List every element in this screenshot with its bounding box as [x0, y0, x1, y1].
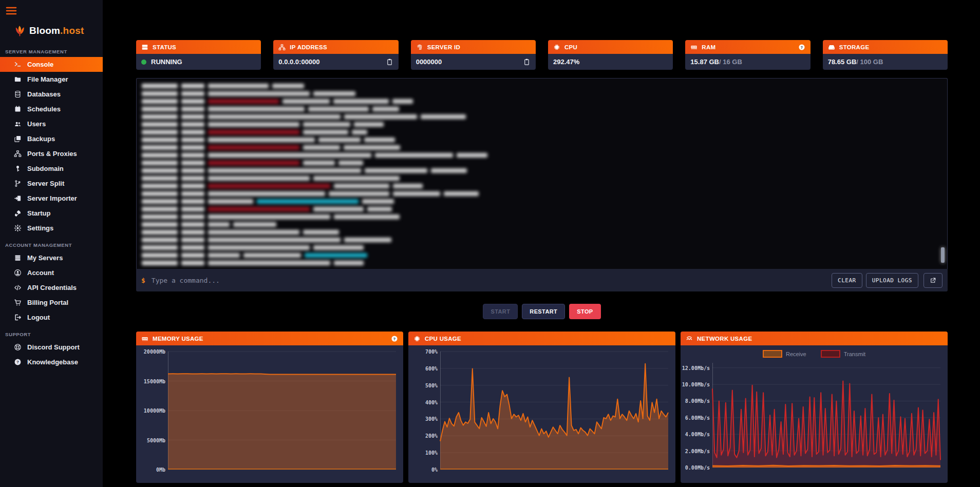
chart-plot [440, 352, 668, 470]
y-tick-label: 400% [425, 399, 438, 405]
sidebar-item-server-split[interactable]: Server Split [0, 176, 103, 191]
clear-button[interactable]: CLEAR [832, 273, 862, 288]
legend-swatch [763, 350, 782, 358]
sidebar-item-account[interactable]: Account [0, 265, 103, 280]
console-log [136, 78, 948, 269]
card-body: 15.87 GB / 16 GB [685, 54, 810, 70]
console-log-line [142, 105, 942, 113]
branch-icon [14, 180, 22, 187]
card-body: 0000000 [411, 54, 536, 70]
sidebar-item-ports-proxies[interactable]: Ports & Proxies [0, 146, 103, 161]
sidebar-item-label: Account [27, 269, 54, 277]
legend-label: Receive [786, 351, 806, 357]
console-log-line [142, 259, 942, 267]
card-body: 0.0.0.0:00000 [273, 54, 398, 70]
console-log-line [142, 82, 942, 90]
console-log-line [142, 174, 942, 182]
sidebar-item-users[interactable]: Users [0, 116, 103, 131]
backups-icon [14, 135, 22, 143]
sidebar-item-databases[interactable]: Databases [0, 87, 103, 102]
card-value-max: / 16 GB [719, 58, 742, 66]
y-tick-label: 6.00Mb/s [685, 415, 710, 420]
sidebar-item-discord-support[interactable]: Discord Support [0, 340, 103, 355]
key-icon [14, 165, 22, 172]
sidebar-item-schedules[interactable]: Schedules [0, 102, 103, 116]
status-card-storage: STORAGE78.65 GB / 100 GB [823, 40, 948, 70]
sidebar-item-server-importer[interactable]: Server Importer [0, 191, 103, 206]
terminal-icon [14, 61, 22, 68]
card-header: RAM? [685, 40, 810, 54]
sidebar-item-label: Console [27, 61, 53, 68]
y-tick-label: 100% [425, 450, 438, 456]
clipboard-icon[interactable] [523, 58, 531, 66]
chart-y-axis-labels: 12.00Mb/s10.00Mb/s8.00Mb/s6.00Mb/s4.00Mb… [684, 363, 712, 467]
y-tick-label: 2.00Mb/s [685, 448, 710, 454]
upload-logs-button[interactable]: UPLOAD LOGS [866, 273, 918, 288]
card-title: STATUS [153, 44, 176, 50]
sidebar-item-label: Ports & Proxies [27, 150, 77, 158]
console-popout-button[interactable] [924, 273, 943, 288]
sidebar-item-billing-portal[interactable]: Billing Portal [0, 295, 103, 310]
life-ring-icon [14, 343, 22, 351]
card-value: 15.87 GB [690, 58, 719, 66]
y-tick-label: 10.00Mb/s [682, 382, 710, 387]
hamburger-icon[interactable] [5, 5, 17, 17]
y-tick-label: 12.00Mb/s [682, 365, 710, 371]
card-value: 0000000 [416, 58, 442, 66]
card-header: IP ADDRESS [273, 40, 398, 54]
y-tick-label: 500% [425, 382, 438, 388]
sidebar-item-knowledgebase[interactable]: ?Knowledgebase [0, 355, 103, 369]
sidebar-item-label: Backups [27, 135, 55, 143]
sidebar-item-logout[interactable]: Logout [0, 310, 103, 325]
status-indicator-dot [141, 60, 146, 65]
console-command-bar: $ CLEARUPLOAD LOGS [136, 269, 948, 291]
clipboard-icon[interactable] [386, 58, 393, 66]
stop-button[interactable]: STOP [569, 304, 600, 319]
sidebar-item-settings[interactable]: Settings [0, 221, 103, 236]
chart-plot [168, 352, 396, 470]
sidebar-item-my-servers[interactable]: My Servers [0, 250, 103, 265]
folder-icon [14, 75, 22, 83]
question-circle-icon: ? [14, 358, 22, 366]
command-prompt-symbol: $ [141, 277, 145, 284]
card-value: RUNNING [151, 58, 182, 66]
start-button[interactable]: START [483, 304, 518, 319]
sidebar-item-backups[interactable]: Backups [0, 131, 103, 146]
sidebar-item-label: Users [27, 120, 46, 128]
console-scrollbar-thumb[interactable] [941, 247, 945, 263]
microchip-icon [413, 335, 421, 342]
sidebar-item-startup[interactable]: Startup [0, 206, 103, 221]
power-buttons-row: STARTRESTARTSTOP [136, 304, 948, 319]
sidebar-item-label: Databases [27, 90, 61, 98]
sidebar-item-label: Schedules [27, 105, 61, 113]
chart-body: 20000Mb15000Mb10000Mb5000Mb0Mb [136, 345, 403, 483]
sidebar-item-file-manager[interactable]: File Manager [0, 72, 103, 87]
question-circle-icon[interactable]: ? [798, 44, 805, 51]
sidebar-item-label: Startup [27, 209, 51, 217]
card-header: STORAGE [823, 40, 948, 54]
card-title: STORAGE [839, 44, 870, 50]
question-circle-icon[interactable]: ? [391, 335, 398, 342]
status-card-ram: RAM?15.87 GB / 16 GB [685, 40, 810, 70]
sidebar-item-label: Knowledgebase [27, 358, 78, 366]
restart-button[interactable]: RESTART [522, 304, 565, 319]
card-title: RAM [702, 44, 715, 50]
sidebar-item-subdomain[interactable]: Subdomain [0, 161, 103, 176]
memory-icon [690, 44, 698, 51]
chart-legend: ReceiveTransmit [681, 350, 948, 358]
command-input[interactable] [150, 276, 826, 285]
sidebar-item-label: Server Importer [27, 194, 77, 202]
code-icon [14, 284, 22, 291]
chart-y-axis-labels: 20000Mb15000Mb10000Mb5000Mb0Mb [139, 352, 168, 470]
server-icon [141, 44, 148, 51]
console-log-line [142, 90, 942, 98]
console-log-line [142, 213, 942, 221]
logo[interactable]: Bloom.host [13, 23, 103, 38]
sidebar: Bloom.host SERVER MANAGEMENTConsoleFile … [0, 0, 103, 487]
sitemap-icon [278, 44, 286, 51]
legend-item: Receive [763, 350, 806, 358]
sidebar-section-label: SUPPORT [5, 332, 103, 337]
sidebar-item-label: Billing Portal [27, 299, 68, 306]
sidebar-item-console[interactable]: Console [0, 57, 103, 72]
sidebar-item-api-credentials[interactable]: API Credentials [0, 280, 103, 295]
